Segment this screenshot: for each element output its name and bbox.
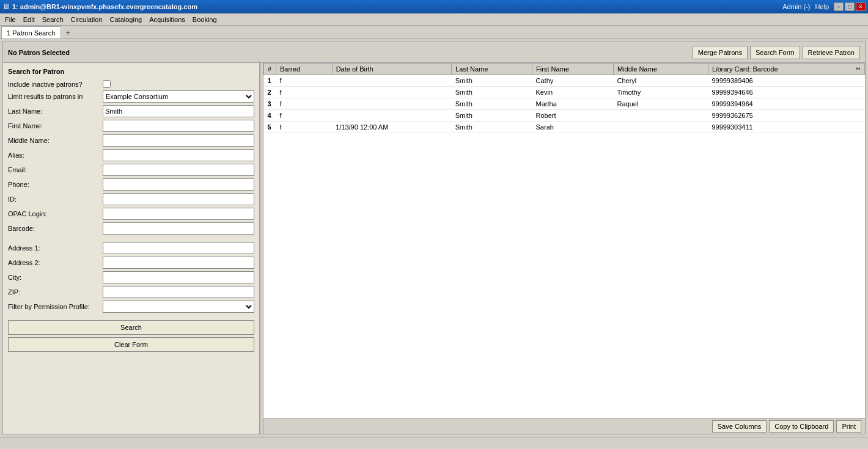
phone-input[interactable]: [103, 178, 254, 191]
main-content: No Patron Selected Merge Patrons Search …: [0, 39, 868, 437]
phone-label: Phone:: [8, 181, 103, 188]
col-header-dob[interactable]: Date of Birth: [332, 64, 452, 75]
middle-name-label: Middle Name:: [8, 137, 103, 144]
search-panel-title: Search for Patron: [8, 68, 254, 75]
restore-button[interactable]: □: [845, 2, 855, 11]
menu-acquisitions[interactable]: Acquisitions: [145, 15, 189, 24]
app-icon: 🖥: [2, 2, 10, 11]
table-row[interactable]: 3fSmithMarthaRaquel99999394964: [264, 98, 865, 110]
id-input[interactable]: [103, 193, 254, 205]
middle-name-row: Middle Name:: [8, 134, 254, 147]
menubar: File Edit Search Circulation Cataloging …: [0, 13, 868, 26]
admin-bar: Admin (-) Help: [197, 3, 829, 10]
opac-login-input[interactable]: [103, 208, 254, 220]
admin-label[interactable]: Admin (-): [782, 3, 810, 10]
last-name-input[interactable]: [103, 105, 254, 117]
patron-status: No Patron Selected: [8, 49, 70, 56]
address1-input[interactable]: [103, 242, 254, 254]
merge-patrons-button[interactable]: Merge Patrons: [693, 46, 748, 59]
last-name-label: Last Name:: [8, 108, 103, 115]
filter-profile-select[interactable]: [103, 301, 254, 313]
menu-search[interactable]: Search: [39, 15, 67, 24]
address1-label: Address 1:: [8, 244, 103, 252]
email-input[interactable]: [103, 164, 254, 176]
include-inactive-checkbox[interactable]: [103, 80, 111, 88]
minimize-button[interactable]: −: [834, 2, 844, 11]
table-row[interactable]: 2fSmithKevinTimothy99999394646: [264, 87, 865, 98]
first-name-input[interactable]: [103, 120, 254, 132]
table-row[interactable]: 5f1/13/90 12:00 AMSmithSarah99999303411: [264, 122, 865, 133]
first-name-label: First Name:: [8, 122, 103, 130]
id-row: ID:: [8, 193, 254, 205]
filter-profile-label: Filter by Permission Profile:: [8, 303, 103, 310]
include-inactive-label: Include inactive patrons?: [8, 81, 103, 88]
clear-form-button[interactable]: Clear Form: [8, 337, 254, 352]
last-name-row: Last Name:: [8, 105, 254, 117]
tab-label: 1 Patron Search: [7, 29, 56, 37]
email-label: Email:: [8, 166, 103, 173]
tabbar: 1 Patron Search + ✕: [0, 26, 868, 39]
address2-input[interactable]: [103, 257, 254, 269]
col-header-lastname[interactable]: Last Name: [452, 64, 532, 75]
col-header-barred[interactable]: Barred: [276, 64, 333, 75]
save-columns-button[interactable]: Save Columns: [712, 420, 767, 433]
menu-circulation[interactable]: Circulation: [67, 15, 106, 24]
results-table-container: # Barred Date of Birth Last Name First N…: [263, 63, 865, 418]
middle-name-input[interactable]: [103, 134, 254, 147]
barcode-input[interactable]: [103, 222, 254, 235]
address2-label: Address 2:: [8, 259, 103, 266]
col-header-num[interactable]: #: [264, 64, 276, 75]
copy-to-clipboard-button[interactable]: Copy to Clipboard: [769, 420, 834, 433]
col-header-barcode[interactable]: Library Card: Barcode ⇔: [708, 64, 864, 75]
tab-close-button[interactable]: ✕: [857, 1, 863, 10]
menu-booking[interactable]: Booking: [189, 15, 221, 24]
zip-input[interactable]: [103, 286, 254, 298]
alias-label: Alias:: [8, 151, 103, 159]
barcode-row: Barcode:: [8, 222, 254, 235]
city-label: City:: [8, 274, 103, 281]
menu-file[interactable]: File: [1, 15, 20, 24]
menu-edit[interactable]: Edit: [20, 15, 39, 24]
col-resize-icon: ⇔: [856, 65, 861, 71]
address2-row: Address 2:: [8, 257, 254, 269]
alias-input[interactable]: [103, 149, 254, 161]
results-table: # Barred Date of Birth Last Name First N…: [263, 63, 865, 133]
help-label[interactable]: Help: [815, 3, 829, 10]
limit-results-row: Limit results to patrons in Example Cons…: [8, 90, 254, 103]
first-name-row: First Name:: [8, 120, 254, 132]
address1-row: Address 1:: [8, 242, 254, 254]
titlebar-title: 1: admin@BR1-winxpvmfx.phasefx.evergreen…: [12, 3, 197, 10]
alias-row: Alias:: [8, 149, 254, 161]
menu-cataloging[interactable]: Cataloging: [106, 15, 146, 24]
include-inactive-row: Include inactive patrons?: [8, 80, 254, 88]
top-bar: No Patron Selected Merge Patrons Search …: [3, 42, 865, 63]
table-row[interactable]: 4fSmithRobert99999362675: [264, 110, 865, 122]
bottom-bar: Save Columns Copy to Clipboard Print: [263, 418, 865, 434]
results-tbody: 1fSmithCathyCheryl999993894062fSmithKevi…: [264, 75, 865, 133]
tab-patron-search[interactable]: 1 Patron Search: [1, 26, 61, 38]
zip-label: ZIP:: [8, 288, 103, 296]
search-button[interactable]: Search: [8, 320, 254, 335]
city-input[interactable]: [103, 271, 254, 283]
statusbar: [0, 437, 868, 449]
results-panel: # Barred Date of Birth Last Name First N…: [263, 63, 865, 434]
titlebar: 🖥 1: admin@BR1-winxpvmfx.phasefx.evergre…: [0, 0, 868, 13]
opac-login-row: OPAC Login:: [8, 208, 254, 220]
print-button[interactable]: Print: [836, 420, 861, 433]
inner-panel: No Patron Selected Merge Patrons Search …: [2, 42, 866, 434]
limit-results-select[interactable]: Example Consortium: [103, 90, 254, 103]
zip-row: ZIP:: [8, 286, 254, 298]
phone-row: Phone:: [8, 178, 254, 191]
tab-add-button[interactable]: +: [62, 26, 75, 38]
email-row: Email:: [8, 164, 254, 176]
col-header-firstname[interactable]: First Name: [532, 64, 614, 75]
search-form-button[interactable]: Search Form: [750, 46, 800, 59]
top-buttons: Merge Patrons Search Form Retrieve Patro…: [693, 46, 860, 59]
barcode-label: Barcode:: [8, 225, 103, 232]
retrieve-patron-button[interactable]: Retrieve Patron: [803, 46, 860, 59]
limit-results-label: Limit results to patrons in: [8, 93, 103, 100]
search-panel: Search for Patron Include inactive patro…: [3, 63, 260, 434]
table-row[interactable]: 1fSmithCathyCheryl99999389406: [264, 75, 865, 87]
col-header-middlename[interactable]: Middle Name: [613, 64, 708, 75]
opac-login-label: OPAC Login:: [8, 210, 103, 217]
